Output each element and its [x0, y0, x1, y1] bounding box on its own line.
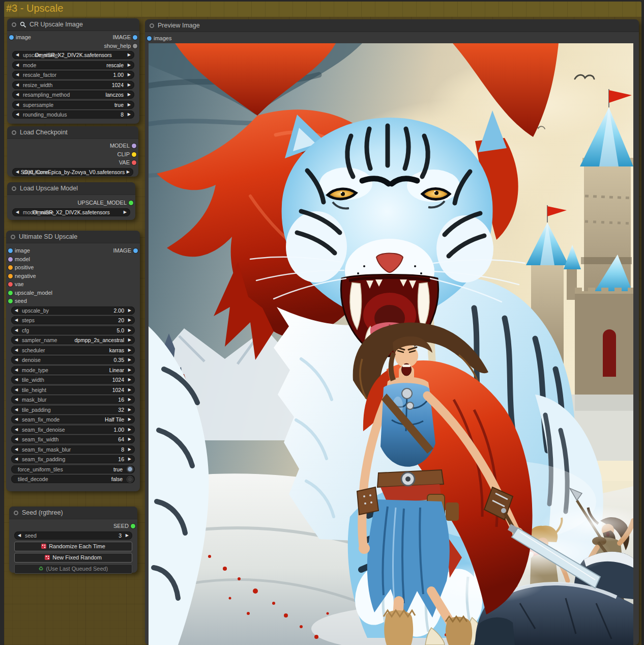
node-load-upscale-model[interactable]: Load Upscale Model UPSCALE_MODEL ◀model_… — [7, 182, 135, 220]
increment-arrow-icon[interactable]: ▶ — [128, 91, 131, 99]
output-port-seed[interactable] — [131, 524, 135, 528]
widget-cfg[interactable]: ◀cfg5.0▶ — [11, 326, 135, 334]
increment-arrow-icon[interactable]: ▶ — [128, 306, 131, 315]
collapse-dot-icon[interactable] — [14, 511, 18, 515]
preview-image[interactable] — [149, 43, 633, 645]
decrement-arrow-icon[interactable]: ◀ — [15, 435, 18, 443]
input-port-model[interactable] — [8, 257, 13, 262]
input-port-images[interactable] — [147, 36, 152, 41]
decrement-arrow-icon[interactable]: ◀ — [16, 71, 19, 79]
increment-arrow-icon[interactable]: ▶ — [128, 435, 131, 443]
output-port-vae[interactable] — [132, 160, 136, 165]
use-last-queued-seed-button[interactable]: ♻(Use Last Queued Seed) — [14, 564, 132, 574]
widget-rescale_factor[interactable]: ◀rescale_factor1.00▶ — [12, 71, 134, 79]
node-titlebar[interactable]: Seed (rgthree) — [9, 507, 137, 519]
increment-arrow-icon[interactable]: ▶ — [128, 366, 131, 374]
widget-tile_width[interactable]: ◀tile_width1024▶ — [11, 376, 135, 384]
widget-resize_width[interactable]: ◀resize_width1024▶ — [12, 81, 134, 89]
node-titlebar[interactable]: Ultimate SD Upscale — [6, 231, 140, 243]
widget-rounding_modulus[interactable]: ◀rounding_modulus8▶ — [12, 110, 134, 119]
increment-arrow-icon[interactable]: ▶ — [128, 386, 131, 394]
output-port-show-help[interactable] — [133, 44, 137, 48]
decrement-arrow-icon[interactable]: ◀ — [15, 406, 18, 414]
collapse-dot-icon[interactable] — [12, 22, 16, 27]
decrement-arrow-icon[interactable]: ◀ — [16, 101, 19, 109]
widget-denoise[interactable]: ◀denoise0.35▶ — [11, 356, 135, 364]
widget-seam_fix_padding[interactable]: ◀seam_fix_padding16▶ — [11, 455, 135, 463]
output-port-image[interactable] — [133, 248, 138, 253]
decrement-arrow-icon[interactable]: ◀ — [16, 61, 19, 69]
decrement-arrow-icon[interactable]: ◀ — [15, 356, 18, 364]
input-port-image[interactable] — [9, 35, 14, 40]
increment-arrow-icon[interactable]: ▶ — [128, 336, 131, 344]
node-titlebar[interactable]: Load Upscale Model — [7, 182, 135, 195]
toggle-dot-icon[interactable] — [127, 466, 133, 472]
input-port-vae[interactable] — [8, 282, 13, 287]
input-port-upscale-model[interactable] — [8, 291, 13, 295]
increment-arrow-icon[interactable]: ▶ — [128, 356, 131, 364]
widget-sampler_name[interactable]: ◀sampler_namedpmpp_2s_ancestral▶ — [11, 336, 135, 344]
decrement-arrow-icon[interactable]: ◀ — [15, 426, 18, 434]
input-port-image[interactable] — [8, 248, 13, 253]
increment-arrow-icon[interactable]: ▶ — [128, 455, 131, 463]
output-port-model[interactable] — [132, 144, 136, 148]
decrement-arrow-icon[interactable]: ◀ — [16, 110, 19, 119]
increment-arrow-icon[interactable]: ▶ — [128, 445, 131, 454]
node-load-checkpoint[interactable]: Load Checkpoint MODEL CLIP VAE ◀ckpt_nam… — [7, 126, 138, 177]
group-header[interactable]: #3 - Upscale — [4, 2, 641, 17]
node-seed-rgthree[interactable]: Seed (rgthree) SEED ◀seed3▶ Randomize Ea… — [9, 507, 137, 573]
increment-arrow-icon[interactable]: ▶ — [128, 101, 131, 109]
widget-upscale_by[interactable]: ◀upscale_by2.00▶ — [11, 306, 135, 315]
collapse-dot-icon[interactable] — [11, 235, 15, 239]
widget-scheduler[interactable]: ◀schedulerkarras▶ — [11, 346, 135, 354]
widget-force_uniform_tiles[interactable]: force_uniform_tilestrue — [11, 465, 135, 473]
node-titlebar[interactable]: Load Checkpoint — [7, 126, 138, 139]
decrement-arrow-icon[interactable]: ◀ — [16, 81, 19, 89]
decrement-arrow-icon[interactable]: ◀ — [15, 376, 18, 384]
decrement-arrow-icon[interactable]: ◀ — [15, 386, 18, 394]
node-titlebar[interactable]: CR Upscale Image — [7, 18, 139, 31]
increment-arrow-icon[interactable]: ▶ — [128, 326, 131, 334]
output-port-clip[interactable] — [132, 152, 136, 157]
increment-arrow-icon[interactable]: ▶ — [128, 51, 131, 59]
increment-arrow-icon[interactable]: ▶ — [128, 316, 131, 324]
decrement-arrow-icon[interactable]: ◀ — [15, 346, 18, 354]
decrement-arrow-icon[interactable]: ◀ — [16, 51, 19, 59]
decrement-arrow-icon[interactable]: ◀ — [15, 366, 18, 374]
increment-arrow-icon[interactable]: ▶ — [128, 426, 131, 434]
increment-arrow-icon[interactable]: ▶ — [128, 61, 131, 69]
widget-mode_type[interactable]: ◀mode_typeLinear▶ — [11, 366, 135, 374]
output-port-image[interactable] — [133, 35, 137, 40]
widget-seam_fix_denoise[interactable]: ◀seam_fix_denoise1.00▶ — [11, 426, 135, 434]
decrement-arrow-icon[interactable]: ◀ — [16, 208, 19, 216]
decrement-arrow-icon[interactable]: ◀ — [15, 455, 18, 463]
widget-upscale_model[interactable]: ◀upscale_modelOmniSR_X2_DIV2K.safetensor… — [12, 51, 134, 59]
increment-arrow-icon[interactable]: ▶ — [128, 346, 131, 354]
input-port-negative[interactable] — [8, 274, 13, 278]
increment-arrow-icon[interactable]: ▶ — [128, 110, 131, 119]
widget-tile_padding[interactable]: ◀tile_padding32▶ — [11, 406, 135, 414]
node-titlebar[interactable]: Preview Image — [145, 19, 639, 32]
increment-arrow-icon[interactable]: ▶ — [124, 208, 127, 216]
comfyui-canvas[interactable]: #3 - Upscale CR Upscale Image image IMAG… — [0, 0, 644, 645]
decrement-arrow-icon[interactable]: ◀ — [16, 168, 19, 176]
input-port-seed[interactable] — [8, 299, 13, 303]
decrement-arrow-icon[interactable]: ◀ — [18, 531, 21, 540]
widget-seam_fix_mask_blur[interactable]: ◀seam_fix_mask_blur8▶ — [11, 445, 135, 454]
increment-arrow-icon[interactable]: ▶ — [126, 531, 129, 540]
decrement-arrow-icon[interactable]: ◀ — [15, 396, 18, 404]
decrement-arrow-icon[interactable]: ◀ — [15, 316, 18, 324]
decrement-arrow-icon[interactable]: ◀ — [16, 91, 19, 99]
node-preview-image[interactable]: Preview Image images — [145, 19, 639, 645]
toggle-dot-icon[interactable] — [127, 476, 133, 482]
increment-arrow-icon[interactable]: ▶ — [128, 396, 131, 404]
collapse-dot-icon[interactable] — [150, 23, 154, 28]
decrement-arrow-icon[interactable]: ◀ — [15, 336, 18, 344]
decrement-arrow-icon[interactable]: ◀ — [15, 415, 18, 424]
widget-seam_fix_width[interactable]: ◀seam_fix_width64▶ — [11, 435, 135, 443]
widget-tiled_decode[interactable]: tiled_decodefalse — [11, 475, 135, 483]
increment-arrow-icon[interactable]: ▶ — [127, 168, 130, 176]
widget-resampling_method[interactable]: ◀resampling_methodlanczos▶ — [12, 91, 134, 99]
decrement-arrow-icon[interactable]: ◀ — [15, 326, 18, 334]
decrement-arrow-icon[interactable]: ◀ — [15, 445, 18, 454]
